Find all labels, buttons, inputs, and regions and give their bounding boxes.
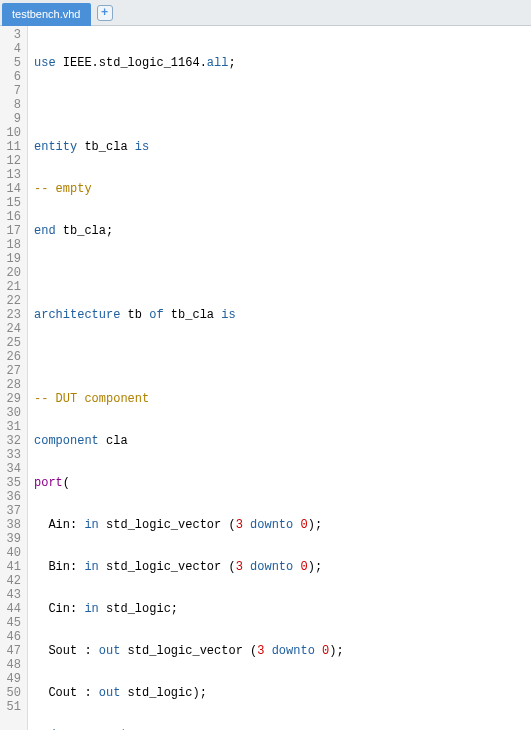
code-line: architecture tb of tb_cla is (34, 308, 531, 322)
line-number: 12 (4, 154, 21, 168)
line-number: 31 (4, 420, 21, 434)
line-number: 10 (4, 126, 21, 140)
line-number: 41 (4, 560, 21, 574)
code-line: Ain: in std_logic_vector (3 downto 0); (34, 518, 531, 532)
line-number: 47 (4, 644, 21, 658)
line-number: 34 (4, 462, 21, 476)
line-number: 48 (4, 658, 21, 672)
line-number: 36 (4, 490, 21, 504)
line-number: 6 (4, 70, 21, 84)
line-number: 35 (4, 476, 21, 490)
line-number: 13 (4, 168, 21, 182)
code-line: entity tb_cla is (34, 140, 531, 154)
line-number: 30 (4, 406, 21, 420)
code-line: port( (34, 476, 531, 490)
line-number: 5 (4, 56, 21, 70)
line-number: 40 (4, 546, 21, 560)
line-number: 3 (4, 28, 21, 42)
line-number-gutter: 3456789101112131415161718192021222324252… (0, 26, 28, 730)
line-number: 27 (4, 364, 21, 378)
line-number: 45 (4, 616, 21, 630)
line-number: 28 (4, 378, 21, 392)
code-line: -- DUT component (34, 392, 531, 406)
line-number: 16 (4, 210, 21, 224)
line-number: 39 (4, 532, 21, 546)
line-number: 25 (4, 336, 21, 350)
tab-bar: testbench.vhd + (0, 0, 531, 26)
line-number: 20 (4, 266, 21, 280)
line-number: 23 (4, 308, 21, 322)
line-number: 29 (4, 392, 21, 406)
editor: 3456789101112131415161718192021222324252… (0, 26, 531, 730)
line-number: 7 (4, 84, 21, 98)
code-line (34, 350, 531, 364)
code-line: use IEEE.std_logic_1164.all; (34, 56, 531, 70)
new-tab-button[interactable]: + (97, 5, 113, 21)
line-number: 43 (4, 588, 21, 602)
line-number: 19 (4, 252, 21, 266)
code-line: Cout : out std_logic); (34, 686, 531, 700)
code-line: end tb_cla; (34, 224, 531, 238)
line-number: 8 (4, 98, 21, 112)
line-number: 49 (4, 672, 21, 686)
line-number: 14 (4, 182, 21, 196)
tab-active[interactable]: testbench.vhd (2, 3, 91, 26)
line-number: 17 (4, 224, 21, 238)
code-line: Sout : out std_logic_vector (3 downto 0)… (34, 644, 531, 658)
line-number: 26 (4, 350, 21, 364)
line-number: 32 (4, 434, 21, 448)
line-number: 4 (4, 42, 21, 56)
line-number: 21 (4, 280, 21, 294)
line-number: 50 (4, 686, 21, 700)
line-number: 11 (4, 140, 21, 154)
line-number: 24 (4, 322, 21, 336)
code-line (34, 98, 531, 112)
line-number: 37 (4, 504, 21, 518)
line-number: 15 (4, 196, 21, 210)
code-area[interactable]: use IEEE.std_logic_1164.all; entity tb_c… (28, 26, 531, 730)
code-line: component cla (34, 434, 531, 448)
line-number: 18 (4, 238, 21, 252)
line-number: 33 (4, 448, 21, 462)
line-number: 42 (4, 574, 21, 588)
line-number: 46 (4, 630, 21, 644)
code-line (34, 266, 531, 280)
code-line: -- empty (34, 182, 531, 196)
line-number: 22 (4, 294, 21, 308)
line-number: 51 (4, 700, 21, 714)
code-line: Bin: in std_logic_vector (3 downto 0); (34, 560, 531, 574)
line-number: 44 (4, 602, 21, 616)
line-number: 38 (4, 518, 21, 532)
code-line: Cin: in std_logic; (34, 602, 531, 616)
line-number: 9 (4, 112, 21, 126)
